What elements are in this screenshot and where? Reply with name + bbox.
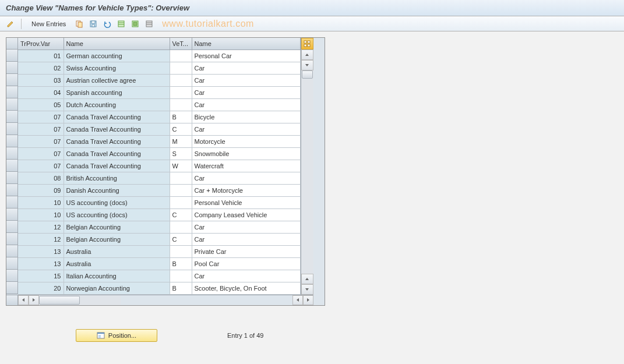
- cell-name2[interactable]: Company Leased Vehicle: [192, 208, 300, 221]
- table-row[interactable]: 10US accounting (docs)CCompany Leased Ve…: [18, 208, 300, 221]
- table-row[interactable]: 07Canada Travel AccountingCCar: [18, 123, 300, 135]
- cell-name2[interactable]: Pool Car: [192, 257, 300, 270]
- table-row[interactable]: 01German accountingPersonal Car: [18, 50, 300, 62]
- vertical-scroll-track[interactable]: [301, 70, 313, 274]
- row-selector[interactable]: [6, 172, 18, 184]
- hscroll-left-button[interactable]: [18, 295, 29, 305]
- cell-name2[interactable]: Car: [192, 172, 300, 184]
- row-selector[interactable]: [6, 233, 18, 245]
- table-settings-icon[interactable]: [301, 38, 313, 50]
- cell-name1[interactable]: Canada Travel Accounting: [64, 123, 170, 135]
- row-selector[interactable]: [6, 208, 18, 221]
- cell-name2[interactable]: Car: [192, 221, 300, 233]
- pencil-icon[interactable]: [5, 18, 16, 30]
- cell-name1[interactable]: Italian Accounting: [64, 270, 170, 282]
- cell-name1[interactable]: Belgian Accounting: [64, 233, 170, 245]
- row-selector[interactable]: [6, 123, 18, 135]
- table-row[interactable]: 12Belgian AccountingCar: [18, 221, 300, 233]
- row-selector[interactable]: [6, 196, 18, 208]
- row-selector-header[interactable]: [6, 38, 18, 50]
- table-row[interactable]: 07Canada Travel AccountingSSnowmobile: [18, 147, 300, 160]
- cell-name1[interactable]: Dutch Accounting: [64, 98, 170, 111]
- cell-name2[interactable]: Personal Vehicle: [192, 196, 300, 208]
- table-row[interactable]: 03Austrian collective agreeCar: [18, 74, 300, 86]
- cell-trprov[interactable]: 10: [18, 196, 64, 208]
- table-row[interactable]: 15Italian AccountingCar: [18, 270, 300, 282]
- cell-name1[interactable]: Austrian collective agree: [64, 74, 170, 86]
- cell-vet[interactable]: W: [170, 160, 192, 172]
- cell-vet[interactable]: B: [170, 282, 192, 294]
- cell-vet[interactable]: [170, 221, 192, 233]
- cell-name2[interactable]: Snowmobile: [192, 147, 300, 160]
- hscroll-right-button-2[interactable]: [303, 295, 313, 305]
- cell-trprov[interactable]: 08: [18, 172, 64, 184]
- cell-vet[interactable]: [170, 270, 192, 282]
- cell-vet[interactable]: M: [170, 135, 192, 147]
- cell-name2[interactable]: Watercraft: [192, 160, 300, 172]
- row-selector[interactable]: [6, 160, 18, 172]
- cell-name1[interactable]: US accounting (docs): [64, 208, 170, 221]
- cell-trprov[interactable]: 05: [18, 98, 64, 111]
- save-icon[interactable]: [87, 18, 99, 30]
- copy-icon[interactable]: [73, 18, 85, 30]
- cell-trprov[interactable]: 09: [18, 184, 64, 196]
- cell-name2[interactable]: Car: [192, 270, 300, 282]
- undo-icon[interactable]: [101, 18, 113, 30]
- cell-trprov[interactable]: 07: [18, 147, 64, 160]
- cell-name1[interactable]: Norwegian Accounting: [64, 282, 170, 294]
- cell-name1[interactable]: Canada Travel Accounting: [64, 147, 170, 160]
- cell-vet[interactable]: [170, 184, 192, 196]
- cell-name2[interactable]: Car: [192, 62, 300, 74]
- table-row[interactable]: 08British AccountingCar: [18, 172, 300, 184]
- cell-name2[interactable]: Motorcycle: [192, 135, 300, 147]
- table-row[interactable]: 10US accounting (docs)Personal Vehicle: [18, 196, 300, 208]
- table-row[interactable]: 07Canada Travel AccountingBBicycle: [18, 111, 300, 123]
- table-row[interactable]: 20Norwegian AccountingBScooter, Bicycle,…: [18, 282, 300, 294]
- scroll-down-button[interactable]: [301, 60, 313, 70]
- table-row[interactable]: 13AustraliaBPool Car: [18, 257, 300, 270]
- cell-name1[interactable]: Danish Accounting: [64, 184, 170, 196]
- scroll-up-button-2[interactable]: [301, 274, 313, 284]
- cell-name2[interactable]: Private Car: [192, 245, 300, 257]
- table-row[interactable]: 07Canada Travel AccountingWWatercraft: [18, 160, 300, 172]
- cell-name1[interactable]: British Accounting: [64, 172, 170, 184]
- cell-vet[interactable]: [170, 86, 192, 98]
- cell-vet[interactable]: C: [170, 208, 192, 221]
- cell-name2[interactable]: Car: [192, 98, 300, 111]
- cell-trprov[interactable]: 07: [18, 135, 64, 147]
- row-selector[interactable]: [6, 135, 18, 147]
- cell-vet[interactable]: B: [170, 257, 192, 270]
- scroll-up-button[interactable]: [301, 50, 313, 60]
- horizontal-scroll-thumb[interactable]: [39, 296, 80, 305]
- row-selector[interactable]: [6, 50, 18, 62]
- cell-trprov[interactable]: 01: [18, 50, 64, 62]
- cell-name1[interactable]: US accounting (docs): [64, 196, 170, 208]
- cell-vet[interactable]: [170, 74, 192, 86]
- table-row[interactable]: 12Belgian AccountingCCar: [18, 233, 300, 245]
- cell-name1[interactable]: German accounting: [64, 50, 170, 62]
- cell-name1[interactable]: Belgian Accounting: [64, 221, 170, 233]
- cell-name2[interactable]: Scooter, Bicycle, On Foot: [192, 282, 300, 294]
- table-row[interactable]: 04Spanish accountingCar: [18, 86, 300, 98]
- hscroll-right-button[interactable]: [29, 295, 39, 305]
- cell-vet[interactable]: C: [170, 123, 192, 135]
- table-row[interactable]: 05Dutch AccountingCar: [18, 98, 300, 111]
- cell-vet[interactable]: [170, 172, 192, 184]
- cell-trprov[interactable]: 04: [18, 86, 64, 98]
- cell-vet[interactable]: [170, 98, 192, 111]
- cell-trprov[interactable]: 12: [18, 233, 64, 245]
- cell-vet[interactable]: [170, 196, 192, 208]
- cell-trprov[interactable]: 20: [18, 282, 64, 294]
- table-row[interactable]: 02Swiss AccountingCar: [18, 62, 300, 74]
- cell-trprov[interactable]: 10: [18, 208, 64, 221]
- cell-name1[interactable]: Canada Travel Accounting: [64, 160, 170, 172]
- cell-trprov[interactable]: 12: [18, 221, 64, 233]
- header-name1[interactable]: Name: [64, 38, 170, 50]
- cell-name2[interactable]: Car: [192, 86, 300, 98]
- cell-trprov[interactable]: 03: [18, 74, 64, 86]
- deselect-icon[interactable]: [143, 18, 155, 30]
- cell-vet[interactable]: C: [170, 233, 192, 245]
- row-selector[interactable]: [6, 245, 18, 257]
- cell-name2[interactable]: Car: [192, 233, 300, 245]
- horizontal-scroll-track[interactable]: [39, 295, 121, 305]
